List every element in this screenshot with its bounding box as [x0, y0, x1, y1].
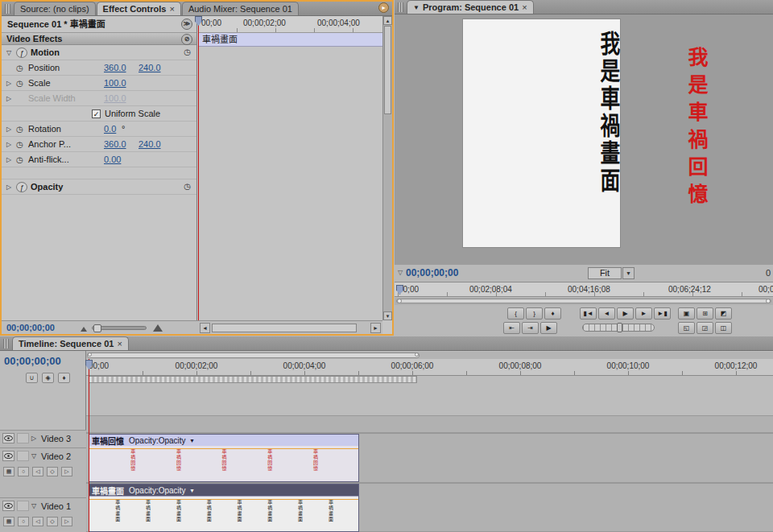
effect-motion-row[interactable]: ▽ ƒ Motion ◷	[2, 45, 196, 60]
set-display-style-icon[interactable]: ▦	[3, 517, 14, 526]
clip-effect-dropdown-icon[interactable]: ▾	[191, 487, 194, 494]
collapse-track-icon[interactable]: ▽	[31, 452, 39, 460]
scroll-right-button[interactable]: ►	[370, 323, 381, 333]
clip-header[interactable]: 車禍畫面 Opacity:Opacity ▾	[89, 485, 358, 496]
panel-drag-grip[interactable]	[5, 4, 10, 14]
twirl-closed-icon[interactable]: ▷	[6, 95, 16, 102]
param-value-y[interactable]: 240.0	[138, 139, 166, 149]
work-area-bar[interactable]	[89, 376, 417, 383]
go-to-next-keyframe-icon[interactable]: ▷	[61, 467, 72, 476]
param-value[interactable]: 0.0	[104, 124, 120, 134]
viewing-area-handle-right[interactable]	[766, 299, 771, 303]
close-icon[interactable]: ×	[117, 339, 122, 348]
current-time-indicator-line[interactable]	[198, 16, 199, 320]
go-to-out-point-button[interactable]: ⇥	[522, 322, 539, 334]
toggle-animation-icon[interactable]: ◷	[16, 155, 28, 164]
zoom-out-icon[interactable]	[81, 327, 87, 332]
viewing-area-handle-left[interactable]	[397, 299, 402, 303]
go-to-in-point-button[interactable]: ⇤	[503, 322, 520, 334]
motion-reset-icon[interactable]: ◷	[184, 47, 191, 56]
param-rotation-row[interactable]: ▷ ◷ Rotation 0.0 °	[2, 122, 196, 137]
scroll-left-button[interactable]: ◄	[200, 323, 210, 333]
timeline-current-time-line[interactable]	[89, 359, 89, 532]
toggle-animation-icon[interactable]: ◷	[16, 64, 28, 72]
opacity-rubber-band[interactable]	[89, 448, 358, 449]
program-viewing-area-bar[interactable]	[395, 298, 773, 305]
go-to-next-edit-button[interactable]: ►▮	[654, 307, 671, 320]
set-in-point-button[interactable]: {	[507, 307, 524, 320]
zoom-level-dropdown-icon[interactable]: ▼	[622, 267, 635, 279]
uniform-scale-checkbox[interactable]: ✓	[92, 109, 101, 118]
track-lane-video3[interactable]	[86, 415, 773, 433]
collapse-track-icon[interactable]: ▷	[31, 435, 39, 442]
track-lock-box[interactable]	[17, 501, 29, 511]
horizontal-scrollbar-thumb[interactable]	[212, 324, 357, 332]
panel-drag-grip[interactable]	[398, 2, 403, 12]
play-in-to-out-button[interactable]: ▶	[540, 322, 557, 334]
track-lock-box[interactable]	[17, 433, 29, 443]
step-forward-button[interactable]: ►	[635, 307, 652, 320]
twirl-closed-icon[interactable]: ▷	[6, 80, 16, 87]
toggle-animation-icon[interactable]: ◷	[16, 79, 28, 88]
scroll-down-button[interactable]: ▼	[383, 311, 392, 320]
clip-video1[interactable]: 車禍畫面 Opacity:Opacity ▾ 車禍畫面 車禍畫面 車禍畫面 車禍…	[89, 484, 359, 532]
go-to-previous-keyframe-icon[interactable]: ◁	[32, 517, 43, 526]
tab-timeline[interactable]: Timeline: Sequence 01 ×	[12, 336, 129, 350]
show-keyframes-icon[interactable]: ○	[18, 467, 29, 476]
toggle-track-output-button[interactable]	[2, 451, 14, 461]
twirl-open-icon[interactable]: ▽	[6, 49, 16, 56]
tab-program[interactable]: ▼ Program: Sequence 01 ×	[407, 0, 534, 14]
clip-effect-label[interactable]: Opacity:Opacity	[129, 486, 186, 495]
set-display-style-icon[interactable]: ▦	[3, 467, 14, 476]
effect-enabled-icon[interactable]: ƒ	[16, 47, 27, 58]
program-time-ruler[interactable]: 00;00 00;02;08;04 00;04;16;08 00;06;24;1…	[395, 282, 773, 297]
panel-menu-arrow-icon[interactable]: ▼	[413, 4, 420, 11]
clip-header[interactable]: 車禍回憶 Opacity:Opacity ▾	[89, 435, 358, 446]
set-unnumbered-marker-icon[interactable]: ♦	[58, 373, 70, 383]
tab-source[interactable]: Source: (no clips)	[14, 2, 96, 15]
param-value-y[interactable]: 240.0	[138, 63, 166, 72]
show-keyframes-icon[interactable]: ○	[18, 517, 29, 526]
param-scale-width-row[interactable]: ▷ Scale Width 100.0	[2, 91, 196, 106]
param-position-row[interactable]: ◷ Position 360.0 240.0	[2, 60, 196, 76]
show-hide-effects-button[interactable]: ≫	[181, 19, 192, 30]
shuttle-slider[interactable]	[582, 324, 655, 332]
shuttle-handle[interactable]	[617, 323, 622, 332]
param-value[interactable]: 0.00	[104, 155, 131, 164]
twirl-closed-icon[interactable]: ▷	[6, 156, 16, 163]
snap-icon[interactable]: ∪	[26, 373, 38, 383]
go-to-previous-edit-button[interactable]: ▮◄	[580, 307, 597, 320]
tab-effect-controls[interactable]: Effect Controls×	[97, 2, 181, 15]
step-back-button[interactable]: ◄	[598, 307, 615, 320]
toggle-animation-icon[interactable]: ◷	[16, 125, 28, 134]
track-lock-box[interactable]	[17, 451, 29, 461]
timeline-viewing-area[interactable]	[86, 352, 773, 359]
export-frame-button[interactable]: ▣	[678, 307, 695, 320]
toggle-animation-icon[interactable]: ◷	[16, 140, 28, 149]
go-to-next-keyframe-icon[interactable]: ▷	[61, 517, 72, 526]
toggle-track-output-button[interactable]	[2, 501, 14, 511]
effect-enabled-icon[interactable]: ƒ	[16, 182, 27, 192]
scroll-up-button[interactable]: ▲	[383, 16, 392, 25]
param-anti-flicker-row[interactable]: ▷ ◷ Anti-flick... 0.00	[2, 152, 196, 167]
lift-button[interactable]: ◱	[678, 322, 695, 334]
param-value-x[interactable]: 360.0	[104, 139, 131, 149]
param-uniform-scale-row[interactable]: ✓ Uniform Scale	[2, 106, 196, 122]
safe-margins-button[interactable]: ⊞	[697, 307, 713, 320]
opacity-rubber-band[interactable]	[89, 499, 358, 500]
panel-menu-button[interactable]: ▸	[378, 2, 389, 13]
close-icon[interactable]: ×	[522, 2, 527, 12]
add-remove-keyframe-icon[interactable]: ◇	[47, 517, 58, 526]
zoom-slider[interactable]	[92, 326, 147, 330]
timecode-menu-icon[interactable]: ▽	[398, 269, 403, 276]
twirl-closed-icon[interactable]: ▷	[6, 126, 16, 133]
go-to-previous-keyframe-icon[interactable]: ◁	[32, 467, 43, 476]
add-remove-keyframe-icon[interactable]: ◇	[47, 467, 58, 476]
viewing-area-handle-right[interactable]	[415, 353, 419, 357]
param-value-x[interactable]: 360.0	[104, 63, 131, 72]
opacity-reset-icon[interactable]: ◷	[184, 182, 191, 191]
panel-drag-grip[interactable]	[3, 339, 9, 348]
extract-button[interactable]: ◲	[697, 322, 713, 334]
collapse-section-icon[interactable]: ⊘	[181, 34, 192, 45]
collapse-track-icon[interactable]: ▽	[31, 502, 39, 509]
